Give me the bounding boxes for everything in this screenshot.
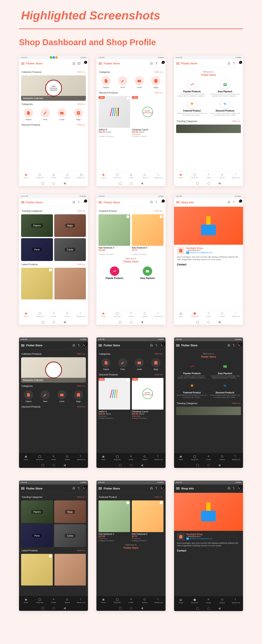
cat-bags[interactable]: Bags	[71, 108, 86, 120]
cat-pens[interactable]: Pens	[38, 390, 53, 402]
cat-cards[interactable]: Cards	[54, 390, 69, 402]
nav-search[interactable]: Search	[215, 171, 229, 181]
view-all-link[interactable]: VIEW ALL	[77, 353, 85, 355]
nav-profile[interactable]: Profile	[124, 453, 138, 463]
info-featured[interactable]: Featured ProductNullam interdum lorem at…	[177, 99, 208, 116]
view-all-link[interactable]: VIEW ALL	[154, 92, 163, 94]
nav-shop-info[interactable]: Shop Info	[188, 453, 202, 463]
info-popular[interactable]: Popular Products	[99, 266, 130, 280]
nav-shop-info[interactable]: Shop Info	[33, 453, 46, 463]
menu-icon[interactable]	[98, 62, 102, 64]
shop-email[interactable]: teamps.is.cool@gmail.com	[190, 538, 213, 540]
nav-shop-info[interactable]: Shop Info	[188, 596, 202, 606]
nav-basket[interactable]: Basket List	[152, 596, 165, 606]
view-all-link[interactable]: VIEW ALL	[154, 496, 163, 498]
trend-pens[interactable]: Pens	[21, 238, 53, 261]
nav-basket[interactable]: Basket List	[229, 310, 243, 320]
nav-basket[interactable]: Basket List	[74, 453, 88, 463]
nav-search[interactable]: Search	[60, 596, 74, 606]
product-nb5[interactable]: Kids Notebook 5 $3.70 ☆☆☆☆☆ 0 rating( 0 …	[132, 214, 164, 256]
heart-icon[interactable]	[126, 97, 129, 100]
product-latest-2[interactable]	[54, 268, 86, 300]
menu-icon[interactable]	[176, 487, 180, 490]
nav-search[interactable]: Search	[215, 596, 229, 606]
info-payment[interactable]: Easy Payment	[132, 266, 163, 280]
book-icon[interactable]	[77, 487, 80, 490]
nav-profile[interactable]: Profile	[47, 453, 60, 463]
product-latest-1[interactable]	[21, 554, 53, 586]
cart-button[interactable]: 0	[238, 62, 241, 65]
view-all-link[interactable]: VIEW ALL	[77, 406, 85, 408]
cart-button[interactable]: 0	[160, 201, 164, 204]
product-card[interactable]: -20% MERRYCHRISTMAS Christmas Card 9 $40…	[132, 96, 164, 137]
cat-pens[interactable]: Pens	[115, 358, 130, 370]
trend-cards[interactable]: Cards	[54, 238, 86, 261]
bell-icon[interactable]	[72, 201, 75, 204]
nav-search[interactable]: Search	[60, 310, 74, 320]
bell-icon[interactable]	[227, 201, 230, 204]
menu-icon[interactable]	[176, 201, 180, 203]
nav-basket[interactable]: Basket List	[229, 171, 243, 181]
nav-profile[interactable]: Profile	[202, 596, 215, 606]
cart-button[interactable]: 0	[82, 344, 86, 347]
view-all-link[interactable]: VIEW ALL	[77, 263, 85, 266]
book-icon[interactable]	[77, 344, 80, 347]
product-jetpen[interactable]: -20% JetPen 6 $42.00$52.00 ☆☆☆☆☆ 0 ratin…	[98, 96, 130, 137]
shop-phone[interactable]: + 959256253314	[186, 249, 213, 252]
nav-basket[interactable]: Basket List	[74, 171, 88, 181]
nav-basket[interactable]: Basket List	[152, 171, 165, 181]
nav-search[interactable]: Search	[215, 310, 229, 320]
nav-home[interactable]: Home	[19, 453, 33, 463]
bell-icon[interactable]	[72, 344, 75, 347]
cat-cards[interactable]: Cards	[54, 108, 69, 120]
view-all-link[interactable]: VIEW ALL	[77, 496, 85, 498]
nav-profile[interactable]: Profile	[124, 171, 138, 181]
view-all-link[interactable]: VIEW ALL	[154, 353, 163, 355]
product-latest-2[interactable]	[54, 554, 86, 586]
book-icon[interactable]	[233, 62, 236, 65]
nav-basket[interactable]: Basket List	[74, 310, 88, 320]
cart-button[interactable]: 0	[238, 201, 241, 204]
info-popular[interactable]: Popular ProductsLorem consectetur olme e…	[177, 80, 208, 97]
nav-home[interactable]: Home	[96, 310, 110, 320]
product-latest-1[interactable]	[21, 268, 53, 300]
menu-icon[interactable]	[98, 344, 102, 346]
nav-profile[interactable]: Profile	[47, 171, 60, 181]
nav-search[interactable]: Search	[215, 453, 229, 463]
info-discount[interactable]: %Discount ProductsDonec consequat lontec…	[210, 381, 241, 398]
bell-icon[interactable]	[227, 487, 230, 490]
bell-icon[interactable]	[72, 487, 75, 490]
info-featured[interactable]: Featured ProductNullam interdum lorem at…	[177, 381, 208, 398]
menu-icon[interactable]	[21, 62, 24, 64]
book-icon[interactable]	[233, 487, 236, 490]
nav-home[interactable]: Home	[174, 453, 188, 463]
bell-icon[interactable]	[150, 344, 153, 347]
nav-shop-info[interactable]: Shop Info	[33, 171, 46, 181]
nav-profile[interactable]: Profile	[202, 310, 215, 320]
cat-bags[interactable]: Bags	[71, 390, 86, 402]
cat-bags[interactable]: Bags	[149, 76, 164, 88]
nav-shop-info[interactable]: Shop Info	[110, 453, 124, 463]
sys-home[interactable]	[52, 182, 55, 185]
book-icon[interactable]	[155, 487, 158, 490]
nav-home[interactable]: Home	[174, 310, 188, 320]
heart-icon[interactable]	[49, 268, 52, 272]
nav-search[interactable]: Search	[138, 310, 152, 320]
view-all-link[interactable]: VIEW ALL	[154, 71, 163, 73]
nav-basket[interactable]: Basket List	[229, 453, 243, 463]
bell-icon[interactable]	[150, 62, 153, 65]
nav-basket[interactable]: Basket List	[152, 453, 165, 463]
cat-cards[interactable]: Cards	[132, 76, 147, 88]
book-icon[interactable]	[77, 201, 80, 204]
trend-papers[interactable]: Papers	[21, 500, 53, 523]
view-all-link[interactable]: VIEW ALL	[77, 385, 85, 387]
trend-papers[interactable]: Papers	[21, 214, 53, 237]
sys-back[interactable]	[63, 182, 66, 185]
cart-button[interactable]: 0	[238, 344, 241, 347]
book-icon[interactable]	[233, 201, 236, 204]
trend-pens[interactable]: Pens	[21, 524, 53, 547]
menu-icon[interactable]	[21, 201, 24, 203]
nav-profile[interactable]: Profile	[202, 453, 215, 463]
cat-cards[interactable]: Cards	[132, 358, 147, 370]
book-icon[interactable]	[155, 201, 158, 204]
